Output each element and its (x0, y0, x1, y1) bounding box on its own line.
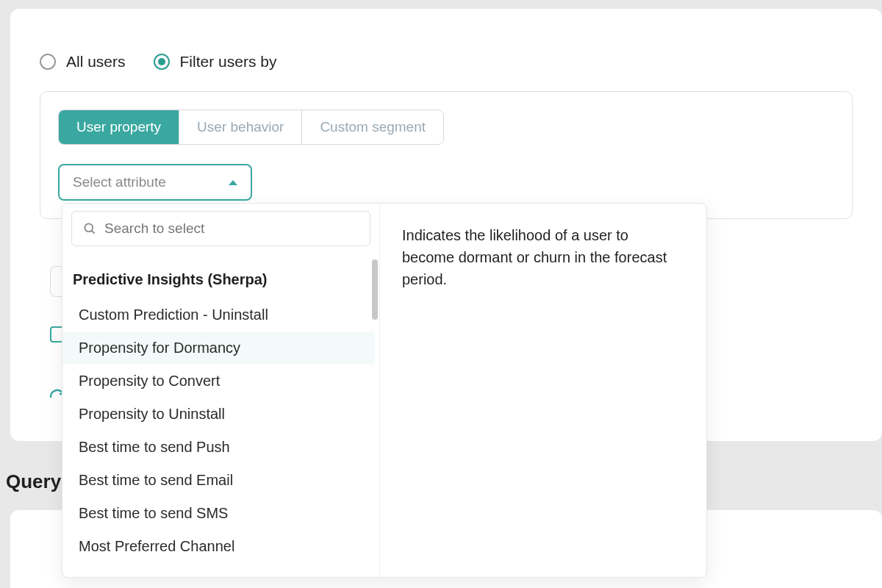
dropdown-description-pane: Indicates the likelihood of a user to be… (380, 204, 706, 577)
radio-circle-selected-icon (154, 54, 170, 70)
search-icon (82, 221, 97, 236)
attribute-dropdown-panel: Predictive Insights (Sherpa) Custom Pred… (62, 203, 707, 578)
dropdown-item[interactable]: Propensity for Dormancy (62, 331, 375, 365)
user-scope-radios: All users Filter users by (40, 53, 853, 71)
svg-line-1 (92, 231, 95, 234)
filter-type-tabs: User property User behavior Custom segme… (58, 110, 444, 145)
scrollbar-thumb[interactable] (372, 259, 378, 320)
dropdown-item[interactable]: Custom Prediction - Uninstall (62, 298, 375, 331)
tab-user-behavior[interactable]: User behavior (179, 110, 302, 144)
dropdown-item[interactable]: Best time to send Push (62, 431, 375, 464)
radio-filter-users-label: Filter users by (180, 53, 277, 71)
dropdown-item[interactable]: Propensity to Uninstall (62, 398, 375, 431)
dropdown-item-description: Indicates the likelihood of a user to be… (402, 227, 667, 287)
radio-filter-users[interactable]: Filter users by (154, 53, 277, 71)
radio-all-users[interactable]: All users (40, 53, 126, 71)
tab-custom-segment[interactable]: Custom segment (302, 110, 443, 144)
dropdown-item[interactable]: Propensity to Convert (62, 365, 375, 398)
query-heading: Query (6, 470, 61, 493)
dropdown-list-pane: Predictive Insights (Sherpa) Custom Pred… (62, 204, 380, 577)
dropdown-item[interactable]: Most Preferred Channel (62, 530, 375, 563)
radio-all-users-label: All users (66, 53, 126, 71)
select-attribute-dropdown[interactable]: Select attribute (58, 164, 252, 201)
tab-user-property[interactable]: User property (59, 110, 179, 144)
radio-circle-icon (40, 54, 56, 70)
select-attribute-label: Select attribute (73, 174, 166, 190)
dropdown-item[interactable]: Best time to send SMS (62, 497, 375, 530)
caret-up-icon (229, 180, 237, 185)
dropdown-search[interactable] (71, 211, 370, 246)
dropdown-options-list[interactable]: Predictive Insights (Sherpa) Custom Pred… (62, 254, 379, 577)
filter-criteria-box: User property User behavior Custom segme… (40, 91, 853, 219)
svg-point-0 (85, 223, 93, 232)
dropdown-search-input[interactable] (104, 220, 359, 237)
dropdown-item[interactable]: Best time to send Email (62, 464, 375, 497)
dropdown-group-header: Predictive Insights (Sherpa) (62, 254, 375, 298)
